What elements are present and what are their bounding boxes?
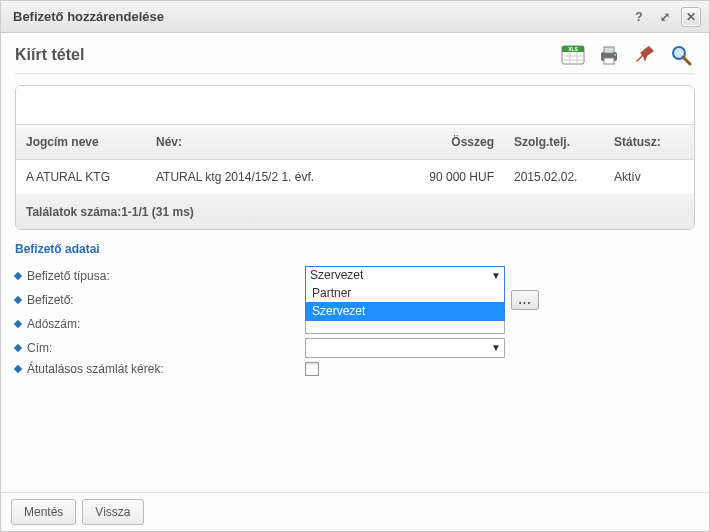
tipus-option-szervezet[interactable]: Szervezet — [306, 302, 504, 320]
toolbar: XLS — [559, 41, 695, 69]
required-icon — [14, 272, 22, 280]
cell-jogcim: A ATURAL KTG — [26, 170, 156, 184]
label-cim: Cím: — [15, 341, 305, 355]
section-title: Befizető adatai — [15, 242, 695, 256]
search-icon[interactable] — [667, 41, 695, 69]
row-cim: Cím: ▼ — [15, 336, 695, 360]
cell-nev: ATURAL ktg 2014/15/2 1. évf. — [156, 170, 404, 184]
befizeto-lookup-button[interactable]: ... — [511, 290, 539, 310]
col-header-jogcim[interactable]: Jogcím neve — [26, 135, 156, 149]
label-cim-text: Cím: — [27, 341, 52, 355]
dialog-body: Kiírt tétel XLS — [1, 33, 709, 492]
cell-szolg: 2015.02.02. — [514, 170, 614, 184]
required-icon — [14, 365, 22, 373]
col-header-szolg[interactable]: Szolg.telj. — [514, 135, 614, 149]
grid-panel: Jogcím neve Név: Összeg Szolg.telj. Stát… — [15, 85, 695, 230]
panel-header-row: Kiírt tétel XLS — [15, 41, 695, 69]
cell-osszeg: 90 000 HUF — [404, 170, 514, 184]
cell-statusz: Aktív — [614, 170, 684, 184]
col-header-nev[interactable]: Név: — [156, 135, 404, 149]
dialog-window: Befizető hozzárendelése ? ⤢ ✕ Kiírt téte… — [0, 0, 710, 532]
svg-text:XLS: XLS — [568, 46, 578, 52]
label-befizeto-text: Befizető: — [27, 293, 74, 307]
dialog-title: Befizető hozzárendelése — [13, 9, 623, 24]
col-header-statusz[interactable]: Státusz: — [614, 135, 684, 149]
row-atutalas: Átutalásos számlát kérek: — [15, 360, 695, 378]
expand-icon[interactable]: ⤢ — [655, 7, 675, 27]
svg-line-12 — [683, 57, 690, 64]
tipus-select-value: Szervezet — [310, 268, 363, 282]
grid-header: Jogcím neve Név: Összeg Szolg.telj. Stát… — [16, 124, 694, 160]
control-cim: ▼ — [305, 338, 505, 358]
grid-footer: Találatok száma:1-1/1 (31 ms) — [16, 195, 694, 229]
close-icon[interactable]: ✕ — [681, 7, 701, 27]
svg-rect-8 — [604, 47, 614, 53]
label-adoszam-text: Adószám: — [27, 317, 80, 331]
tipus-select[interactable]: Szervezet ▼ — [305, 266, 505, 286]
grid-spacer — [16, 86, 694, 124]
required-icon — [14, 320, 22, 328]
tipus-dropdown: Partner Szervezet — [305, 284, 505, 321]
print-icon[interactable] — [595, 41, 623, 69]
svg-rect-9 — [604, 58, 614, 64]
control-tipus: Szervezet ▼ — [305, 266, 505, 286]
form-area: Befizető típusa: Szervezet ▼ Partner Sze… — [15, 264, 695, 378]
help-icon[interactable]: ? — [629, 7, 649, 27]
back-button[interactable]: Vissza — [82, 499, 143, 525]
divider — [15, 73, 695, 75]
label-atutalas: Átutalásos számlát kérek: — [15, 362, 305, 376]
col-header-osszeg[interactable]: Összeg — [404, 135, 514, 149]
label-tipus: Befizető típusa: — [15, 269, 305, 283]
svg-point-10 — [614, 54, 616, 56]
excel-icon[interactable]: XLS — [559, 41, 587, 69]
pin-icon[interactable] — [631, 41, 659, 69]
label-atutalas-text: Átutalásos számlát kérek: — [27, 362, 164, 376]
buttonbar: Mentés Vissza — [1, 492, 709, 531]
label-adoszam: Adószám: — [15, 317, 305, 331]
table-row[interactable]: A ATURAL KTG ATURAL ktg 2014/15/2 1. évf… — [16, 160, 694, 195]
panel-title: Kiírt tétel — [15, 46, 84, 64]
required-icon — [14, 296, 22, 304]
chevron-down-icon: ▼ — [491, 270, 501, 281]
required-icon — [14, 344, 22, 352]
titlebar: Befizető hozzárendelése ? ⤢ ✕ — [1, 1, 709, 33]
tipus-option-partner[interactable]: Partner — [306, 284, 504, 302]
control-atutalas — [305, 362, 505, 376]
label-befizeto: Befizető: — [15, 293, 305, 307]
save-button[interactable]: Mentés — [11, 499, 76, 525]
label-tipus-text: Befizető típusa: — [27, 269, 110, 283]
chevron-down-icon: ▼ — [491, 342, 501, 353]
cim-select[interactable]: ▼ — [305, 338, 505, 358]
atutalas-checkbox[interactable] — [305, 362, 319, 376]
